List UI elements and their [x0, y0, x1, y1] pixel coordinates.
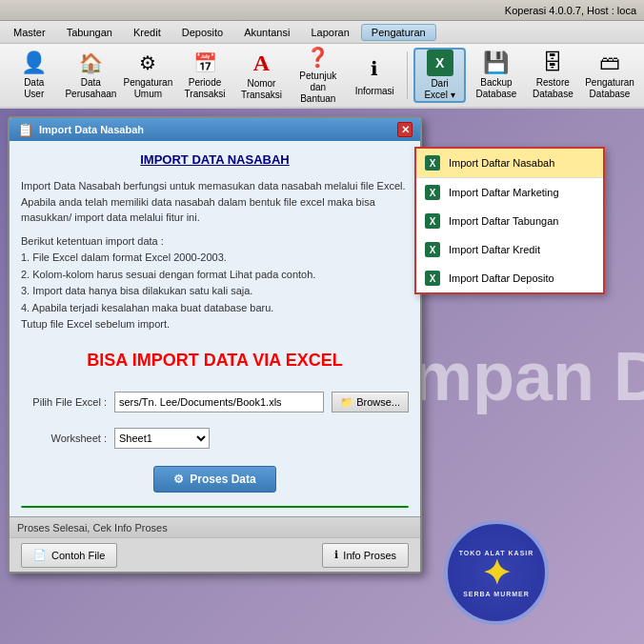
letter-icon: A — [246, 50, 276, 76]
dropdown-kredit-label: Import Daftar Kredit — [449, 244, 540, 255]
toolbar-excel-label: Dari Excel ▾ — [424, 78, 454, 101]
menu-laporan[interactable]: Laporan — [301, 25, 358, 40]
toolbar-data-perusahaan-label: Data Perusahaan — [65, 77, 116, 100]
dialog-body: IMPORT DATA NASABAH Import Data Nasabah … — [10, 141, 420, 516]
dialog-rules: Berikut ketentuan import data : 1. File … — [21, 233, 409, 334]
rule-2: 2. Kolom-kolom harus sesuai dengan forma… — [21, 267, 409, 284]
backup-icon: 💾 — [481, 50, 512, 75]
menu-pengaturan[interactable]: Pengaturan — [361, 24, 436, 41]
toolbar-dari-excel[interactable]: X Dari Excel ▾ — [413, 48, 466, 103]
toolbar-separator — [407, 51, 408, 99]
toolbar-backup-label: Backup Database — [476, 77, 517, 100]
file-input[interactable] — [114, 392, 324, 413]
rule-4: 4. Apabila terjadi kesalahan maka buat d… — [21, 300, 409, 317]
dialog-heading: IMPORT DATA NASABAH — [21, 152, 409, 167]
toolbar-pengaturan-umum[interactable]: ⚙ Pengaturan Umum — [121, 48, 174, 103]
toolbar-backup-database[interactable]: 💾 Backup Database — [470, 48, 522, 103]
file-label: Pilih File Excel : — [21, 396, 107, 408]
process-button[interactable]: ⚙ Proses Data — [153, 466, 275, 493]
info-icon: ℹ — [359, 53, 390, 84]
menu-akuntansi[interactable]: Akuntansi — [234, 25, 299, 40]
dropdown-tabungan-label: Import Daftar Tabungan — [449, 215, 558, 227]
worksheet-select[interactable]: Sheet1 — [114, 428, 210, 449]
excel-small-icon-3: X — [424, 212, 441, 230]
dropdown-item-nasabah[interactable]: X Import Daftar Nasabah — [416, 149, 603, 178]
progress-bar — [21, 506, 409, 508]
import-dialog: 📋 Import Data Nasabah ✕ IMPORT DATA NASA… — [8, 116, 422, 574]
main-area: impan D 📋 Import Data Nasabah ✕ IMPORT D… — [0, 109, 644, 644]
toolbar-informasi[interactable]: ℹ Informasi — [349, 48, 401, 103]
toolbar-periode-transaksi[interactable]: 📅 Periode Transaksi — [178, 48, 231, 103]
process-icon: ⚙ — [173, 473, 184, 486]
excel-small-icon-1: X — [424, 154, 441, 171]
toolbar-periode-label: Periode Transaksi — [185, 77, 226, 100]
info-proses-icon: ℹ — [334, 549, 338, 561]
toolbar-data-user-label: Data User — [24, 77, 44, 100]
toolbar-pengaturan-database[interactable]: 🗃 Pengaturan Database — [583, 48, 636, 103]
menu-bar: Master Tabungan Kredit Deposito Akuntans… — [0, 21, 644, 44]
dropdown-item-kredit[interactable]: X Import Daftar Kredit — [416, 235, 603, 264]
calendar-icon: 📅 — [190, 50, 220, 75]
restore-icon: 🗄 — [537, 50, 568, 75]
user-icon: 👤 — [19, 50, 50, 75]
toolbar-petunjuk-label: Petunjuk dan Bantuan — [294, 70, 341, 105]
toolbar-petunjuk[interactable]: ❓ Petunjuk dan Bantuan — [292, 48, 344, 103]
toolbar-pengaturan-umum-label: Pengaturan Umum — [124, 77, 173, 100]
gear-icon: ⚙ — [132, 50, 163, 75]
rule-3: 3. Import data hanya bisa dilakukan satu… — [21, 283, 409, 300]
app-title: Koperasi 4.0.0.7, Host : loca — [505, 5, 636, 16]
toolbar-nomor-label: Nomor Transaksi — [241, 78, 282, 101]
menu-master[interactable]: Master — [4, 25, 55, 40]
status-text: Proses Selesai, Cek Info Proses — [17, 522, 168, 533]
background-text: impan D — [392, 337, 644, 415]
menu-tabungan[interactable]: Tabungan — [57, 25, 122, 40]
toolbar-restore-label: Restore Database — [533, 77, 574, 100]
dropdown-deposito-label: Import Daftar Deposito — [449, 272, 554, 284]
toolbar-data-user[interactable]: 👤 Data User — [8, 48, 60, 103]
info-proses-button[interactable]: ℹ Info Proses — [322, 543, 409, 568]
toolbar-pengaturan-db-label: Pengaturan Database — [585, 77, 634, 100]
excel-small-icon-5: X — [424, 270, 441, 287]
excel-small-icon-2: X — [424, 184, 441, 201]
dropdown-marketing-label: Import Daftar Marketing — [449, 187, 559, 198]
dropdown-item-tabungan[interactable]: X Import Daftar Tabungan — [416, 207, 603, 235]
toolbar-restore-database[interactable]: 🗄 Restore Database — [527, 48, 579, 103]
toolbar-nomor-transaksi[interactable]: A Nomor Transaksi — [235, 48, 288, 103]
building-icon: 🏠 — [75, 50, 106, 75]
excel-small-icon-4: X — [424, 241, 441, 258]
excel-icon: X — [425, 50, 455, 76]
watermark-line2: SERBA MURMER — [463, 591, 530, 597]
worksheet-row: Worksheet : Sheet1 — [21, 428, 409, 449]
star-icon: ✦ — [482, 556, 511, 591]
dropdown-nasabah-label: Import Daftar Nasabah — [449, 157, 554, 169]
dialog-titlebar: 📋 Import Data Nasabah ✕ — [10, 118, 420, 141]
process-btn-container: ⚙ Proses Data — [21, 466, 409, 493]
title-bar: Koperasi 4.0.0.7, Host : loca — [0, 0, 644, 21]
menu-kredit[interactable]: Kredit — [124, 25, 171, 40]
toolbar-data-perusahaan[interactable]: 🏠 Data Perusahaan — [64, 48, 117, 103]
dialog-title-text: Import Data Nasabah — [39, 124, 144, 135]
worksheet-label: Worksheet : — [21, 433, 107, 444]
watermark: TOKO ALAT KASIR ✦ SERBA MURMER — [444, 520, 549, 625]
rule-5: Tutup file Excel sebelum import. — [21, 316, 409, 333]
file-row: Pilih File Excel : 📁 Browse... — [21, 392, 409, 413]
file-icon: 📄 — [33, 549, 47, 561]
status-bar: Proses Selesai, Cek Info Proses — [10, 516, 420, 537]
contoh-file-button[interactable]: 📄 Contoh File — [21, 543, 117, 568]
folder-icon: 📁 — [340, 396, 353, 409]
toolbar-informasi-label: Informasi — [355, 86, 394, 97]
rule-1: 1. File Excel dalam format Excel 2000-20… — [21, 250, 409, 267]
dialog-title-group: 📋 Import Data Nasabah — [17, 122, 144, 137]
dialog-footer: 📄 Contoh File ℹ Info Proses — [10, 537, 420, 572]
db-settings-icon: 🗃 — [594, 50, 625, 75]
menu-deposito[interactable]: Deposito — [172, 25, 232, 40]
help-icon: ❓ — [303, 46, 333, 69]
toolbar: 👤 Data User 🏠 Data Perusahaan ⚙ Pengatur… — [0, 44, 644, 109]
dialog-close-button[interactable]: ✕ — [397, 122, 413, 137]
dropdown-item-marketing[interactable]: X Import Daftar Marketing — [416, 178, 603, 207]
browse-button[interactable]: 📁 Browse... — [332, 392, 409, 413]
dropdown-item-deposito[interactable]: X Import Daftar Deposito — [416, 264, 603, 292]
dropdown-menu: X Import Daftar Nasabah X Import Daftar … — [414, 147, 605, 294]
big-import-text: BISA IMPORT DATA VIA EXCEL — [21, 351, 409, 371]
dialog-desc1: Import Data Nasabah berfungsi untuk mema… — [21, 178, 409, 226]
